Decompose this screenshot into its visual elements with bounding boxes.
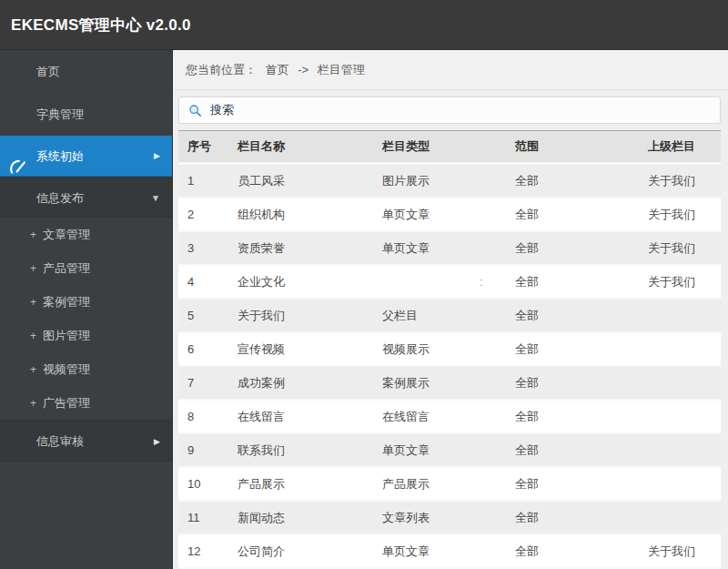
cell-type: 单页文章: [373, 433, 506, 467]
cell-type: 在线留言: [373, 400, 506, 433]
sidebar-item-product-mgmt[interactable]: +产品管理: [0, 251, 172, 285]
table-row: 1 员工风采 图片展示 全部 关于我们: [178, 164, 721, 198]
sidebar-item-video-mgmt[interactable]: +视频管理: [0, 352, 172, 386]
table-row: 10 产品展示 产品展示 全部: [178, 467, 721, 501]
cell-name: 产品展示: [228, 467, 373, 501]
cell-type: 单页文章: [373, 231, 506, 265]
sidebar-item-case-mgmt[interactable]: +案例管理: [0, 285, 172, 319]
plus-icon: +: [30, 330, 36, 342]
table-row: 6 宣传视频 视频展示 全部: [178, 332, 721, 366]
cell-parent: 关于我们: [639, 265, 721, 299]
col-header-index: 序号: [178, 131, 228, 164]
cell-index: 10: [178, 467, 228, 501]
sidebar-item-label: 视频管理: [43, 352, 90, 386]
app-window: EKECMS管理中心 v2.0.0 首页 字典管理 系统初始 ▶: [0, 0, 728, 569]
cell-type: 父栏目: [373, 299, 506, 332]
cell-scope: 全部: [506, 299, 639, 332]
sidebar-item-label: 广告管理: [43, 386, 90, 420]
sidebar-item-label: 字典管理: [36, 93, 84, 136]
sidebar-item-label: 系统初始: [36, 136, 84, 177]
cell-type: 图片展示: [373, 164, 506, 198]
cell-index: 2: [178, 198, 228, 231]
cell-name: 在线留言: [228, 400, 373, 433]
cell-index: 4: [178, 265, 228, 299]
sidebar-item-label: 案例管理: [43, 285, 90, 319]
cell-name: 公司简介: [228, 534, 373, 568]
cell-index: 12: [178, 534, 228, 568]
table-row: 7 成功案例 案例展示 全部: [178, 366, 721, 400]
sidebar-item-info-publish[interactable]: 信息发布 ▼: [0, 177, 172, 218]
sidebar-item-home[interactable]: 首页: [0, 50, 172, 93]
cell-parent: 关于我们: [639, 534, 721, 568]
search-button[interactable]: 搜索: [178, 97, 721, 124]
cell-index: 7: [178, 366, 228, 400]
chevron-right-icon: ▶: [154, 136, 160, 177]
cell-parent: [639, 299, 721, 332]
chevron-down-icon: ▼: [151, 178, 160, 218]
breadcrumb: 您当前位置： 首页 -> 栏目管理: [173, 50, 728, 90]
sidebar-item-label: 文章管理: [43, 218, 90, 251]
cell-parent: [639, 467, 721, 501]
sidebar-item-article-mgmt[interactable]: +文章管理: [0, 218, 172, 251]
cell-index: 3: [178, 231, 228, 265]
col-header-parent: 上级栏目: [639, 131, 721, 164]
cell-parent: 关于我们: [639, 231, 721, 265]
cell-index: 11: [178, 501, 228, 534]
cell-name: 员工风采: [228, 164, 373, 198]
cell-index: 9: [178, 433, 228, 467]
cell-type: :: [373, 265, 506, 299]
columns-table: 序号 栏目名称 栏目类型 范围 上级栏目 1 员工风采 图片展示 全部: [178, 130, 721, 569]
cell-scope: 全部: [506, 433, 639, 467]
plus-icon: +: [30, 296, 36, 309]
cell-scope: 全部: [506, 366, 639, 400]
col-header-type: 栏目类型: [373, 131, 506, 164]
cell-parent: [639, 501, 721, 534]
table-row: 3 资质荣誉 单页文章 全部 关于我们: [178, 231, 721, 265]
sidebar: 首页 字典管理 系统初始 ▶ 信息发布 ▼ +文章管理: [0, 50, 173, 569]
plus-icon: +: [30, 229, 36, 241]
cell-scope: 全部: [506, 198, 639, 231]
search-button-label: 搜索: [210, 102, 234, 118]
cell-parent: [639, 332, 721, 366]
sidebar-item-label: 首页: [36, 50, 60, 93]
table-row: 4 企业文化 : 全部 关于我们: [178, 265, 721, 299]
cell-name: 宣传视频: [228, 332, 373, 366]
sidebar-item-ad-mgmt[interactable]: +广告管理: [0, 386, 172, 420]
cell-scope: 全部: [506, 265, 639, 299]
cell-scope: 全部: [506, 332, 639, 366]
sidebar-item-info-review[interactable]: 信息审核 ▶: [0, 420, 172, 462]
sidebar-item-label: 信息审核: [36, 421, 84, 462]
cell-scope: 全部: [506, 467, 639, 501]
cell-index: 1: [178, 164, 228, 198]
table-row: 11 新闻动态 文章列表 全部: [178, 501, 721, 534]
cell-type: 单页文章: [373, 198, 506, 231]
cell-index: 5: [178, 299, 228, 332]
table-header-row: 序号 栏目名称 栏目类型 范围 上级栏目: [178, 131, 721, 164]
cell-name: 联系我们: [228, 433, 373, 467]
breadcrumb-home-link[interactable]: 首页: [266, 63, 289, 76]
breadcrumb-prefix: 您当前位置：: [186, 63, 257, 76]
table-row: 8 在线留言 在线留言 全部: [178, 400, 721, 433]
cell-index: 6: [178, 332, 228, 366]
cell-type: 文章列表: [373, 501, 506, 534]
cell-name: 新闻动态: [228, 501, 373, 534]
sidebar-item-label: 信息发布: [36, 178, 84, 218]
plus-icon: +: [30, 397, 36, 410]
cell-parent: [639, 433, 721, 467]
cell-parent: [639, 366, 721, 400]
cell-parent: [639, 400, 721, 433]
cell-name: 资质荣誉: [228, 231, 373, 265]
sidebar-item-system-init[interactable]: 系统初始 ▶: [0, 136, 172, 177]
cell-scope: 全部: [506, 231, 639, 265]
app-title: EKECMS管理中心 v2.0.0: [11, 15, 191, 36]
sidebar-item-image-mgmt[interactable]: +图片管理: [0, 319, 172, 352]
plus-icon: +: [30, 363, 36, 376]
table-row: 2 组织机构 单页文章 全部 关于我们: [178, 198, 721, 231]
sidebar-item-label: 图片管理: [43, 319, 90, 352]
cell-index: 8: [178, 400, 228, 433]
topbar: EKECMS管理中心 v2.0.0: [0, 0, 728, 50]
sidebar-item-dictionary[interactable]: 字典管理: [0, 93, 172, 136]
cell-type: 视频展示: [373, 332, 506, 366]
cell-name: 成功案例: [228, 366, 373, 400]
cell-type: 产品展示: [373, 467, 506, 501]
